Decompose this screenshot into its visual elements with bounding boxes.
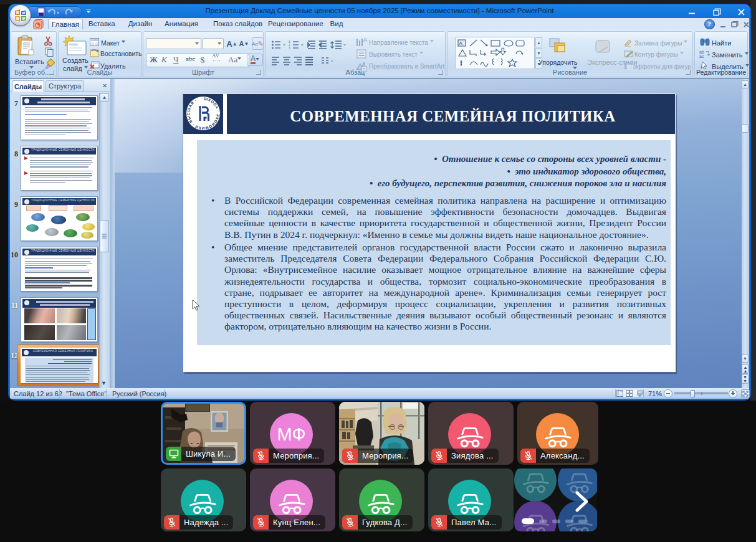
svg-text:3: 3: [289, 46, 290, 50]
svg-text:ac: ac: [699, 54, 704, 58]
svg-text:A: A: [459, 40, 463, 46]
svg-text:ab: ab: [699, 50, 704, 54]
svg-text:A: A: [363, 37, 367, 43]
